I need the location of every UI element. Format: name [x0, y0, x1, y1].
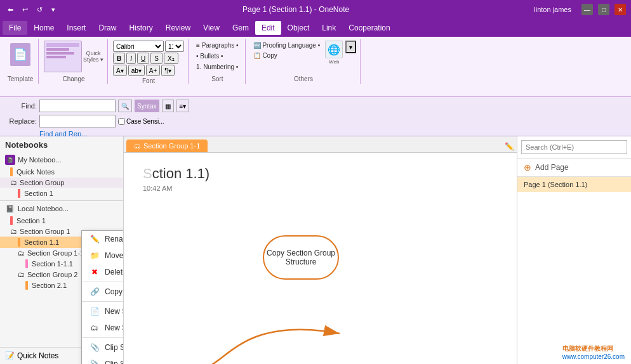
others-more-button[interactable]: ▾ — [345, 41, 356, 53]
bullets-button[interactable]: • Bullets • — [194, 51, 241, 61]
bold-button[interactable]: B — [113, 53, 125, 64]
notebooks-header: Notebooks — [0, 136, 123, 153]
ctx-separator-1 — [82, 282, 124, 282]
page-title-display: Sction 1.1) — [143, 166, 498, 182]
new-section-icon: 📄 — [90, 306, 100, 316]
font-size-increase[interactable]: A+ — [146, 65, 161, 76]
sidebar-item-section1-b[interactable]: Section 1 — [0, 215, 123, 226]
sidebar-item-localnotebook[interactable]: 📓 Local Noteboo... — [0, 202, 123, 215]
menu-link[interactable]: Link — [316, 21, 342, 35]
highlight-button[interactable]: ab▾ — [128, 65, 145, 76]
sidebar-item-label: Section 1 — [17, 217, 46, 224]
edit-icon[interactable]: ✏️ — [505, 142, 514, 151]
menu-insert[interactable]: Insert — [60, 21, 92, 35]
menu-object[interactable]: Object — [281, 21, 316, 35]
sidebar-item-mynotebook[interactable]: 📓 My Noteboo... — [0, 153, 123, 166]
copy-button[interactable]: 📋 Copy — [251, 51, 323, 60]
watermark: 电脑软硬件教程网 www.computer26.com — [559, 343, 628, 361]
quick-styles-label: Quick — [86, 50, 101, 56]
sidebar-item-quicknotes[interactable]: Quick Notes — [0, 166, 123, 178]
content-area: 🗂 Section Group 1-1 ✏️ Sction 1.1) 10:42… — [124, 136, 517, 364]
menu-review[interactable]: Review — [159, 21, 197, 35]
replace-input[interactable] — [39, 115, 116, 127]
ctx-delete[interactable]: ✖ Delete — [82, 264, 124, 280]
menu-edit[interactable]: Edit — [255, 21, 281, 35]
notebook-icon: 📓 — [5, 155, 15, 165]
sidebar-item-sectiongroup[interactable]: 🗂 Section Group — [0, 178, 123, 188]
ctx-label: Delete — [105, 268, 124, 276]
link-icon: 🔗 — [90, 287, 100, 297]
maximize-button[interactable]: □ — [598, 4, 609, 15]
font-family-select[interactable]: Calibri — [113, 41, 164, 52]
page-content: Sction 1.1) 10:42 AM Copy Section Group … — [124, 153, 517, 364]
close-button[interactable]: ✕ — [614, 4, 626, 15]
syntax-button[interactable]: Syntax — [135, 100, 159, 112]
font-size-select[interactable]: 11 — [165, 41, 184, 52]
sidebar: Notebooks 📓 My Noteboo... Quick Notes 🗂 … — [0, 136, 124, 364]
sidebar-item-label: Section 1.1 — [24, 238, 59, 246]
ctx-label: Rename — [105, 235, 124, 244]
ctx-clip-webedit[interactable]: 📎 Clip Section Group Web Edit Link — [82, 339, 124, 356]
strikethrough-button[interactable]: S — [150, 53, 163, 64]
find-search-button[interactable]: 🔍 — [118, 100, 132, 112]
sort-label: Sort — [211, 74, 223, 82]
window-controls: linton james — □ ✕ — [534, 4, 626, 15]
find-input[interactable] — [39, 100, 116, 112]
ctx-rename[interactable]: ✏️ Rename — [82, 231, 124, 247]
add-page-button[interactable]: ⊕ Add Page — [517, 159, 631, 177]
redo-button[interactable]: ↺ — [34, 4, 45, 15]
ctx-label: New Section — [105, 307, 124, 316]
font-color-button[interactable]: A▾ — [113, 65, 127, 76]
section-color-bar — [10, 167, 13, 176]
sidebar-item-label: Section Group 1-1 — [27, 249, 84, 257]
new-sectiongroup-icon: 🗂 — [90, 323, 100, 333]
section-color-bar — [18, 238, 20, 247]
move-icon: 📁 — [90, 250, 100, 261]
subscript-button[interactable]: X₂ — [164, 53, 178, 64]
pages-search-input[interactable] — [521, 140, 627, 154]
sidebar-item-section1-a[interactable]: Section 1 — [0, 188, 123, 199]
section-tabs: 🗂 Section Group 1-1 ✏️ — [124, 136, 517, 153]
section-tab-active[interactable]: 🗂 Section Group 1-1 — [126, 140, 208, 152]
clip-icon-2: 📎 — [90, 359, 100, 364]
ctx-copy-link[interactable]: 🔗 Copy Link to Section Group — [82, 283, 124, 300]
menu-gem[interactable]: Gem — [226, 21, 255, 35]
proofing-button[interactable]: 🔤 Proofing Language • — [251, 41, 323, 50]
underline-button[interactable]: U — [137, 53, 149, 64]
customize-qat-button[interactable]: ▾ — [49, 4, 58, 15]
others-label: Others — [294, 74, 313, 82]
case-sensitive-label[interactable]: Case Sensi... — [118, 118, 164, 125]
numbering-button[interactable]: 1. Numbering • — [194, 62, 241, 72]
ctx-new-sectiongroup[interactable]: 🗂 New Section Group — [82, 320, 124, 336]
case-sensitive-checkbox[interactable] — [118, 118, 125, 125]
back-button[interactable]: ⬅ — [5, 4, 16, 15]
paragraphs-button[interactable]: ≡ Paragraphs • — [194, 41, 241, 50]
page-item-label: Page 1 (Section 1.1) — [524, 181, 587, 188]
text-format-btn[interactable]: ¶▾ — [161, 65, 174, 76]
options-button[interactable]: ≡▾ — [176, 100, 190, 112]
sidebar-item-label: Section Group — [20, 179, 64, 186]
delete-icon: ✖ — [90, 267, 100, 277]
sidebar-item-label: Section 1 — [24, 190, 53, 197]
quick-notes-icon: 📝 — [5, 351, 15, 360]
italic-button[interactable]: I — [126, 53, 136, 64]
undo-button[interactable]: ↩ — [20, 4, 30, 15]
globe-button[interactable]: 🌐 — [325, 41, 343, 58]
ctx-clip-webview[interactable]: 📎 Clip Section Group Web View Link — [82, 356, 124, 364]
ctx-label: Clip Section Group Web Edit Link — [105, 343, 124, 352]
menu-cooperation[interactable]: Cooperation — [342, 21, 396, 35]
sectiongroup-icon: 🗂 — [18, 249, 25, 257]
minimize-button[interactable]: — — [581, 4, 593, 15]
font-label: Font — [142, 76, 155, 84]
ctx-new-section[interactable]: 📄 New Section — [82, 303, 124, 320]
menu-view[interactable]: View — [197, 21, 226, 35]
format-button[interactable]: ▦ — [162, 100, 174, 112]
ctx-move[interactable]: 📁 Move... — [82, 247, 124, 264]
menu-home[interactable]: Home — [27, 21, 60, 35]
menu-file[interactable]: File — [3, 21, 27, 35]
template-button[interactable]: 📄 — [6, 41, 34, 68]
menu-history[interactable]: History — [123, 21, 159, 35]
menu-draw[interactable]: Draw — [92, 21, 123, 35]
section-color-bar — [18, 189, 20, 198]
page-list-item[interactable]: Page 1 (Section 1.1) — [517, 177, 631, 192]
